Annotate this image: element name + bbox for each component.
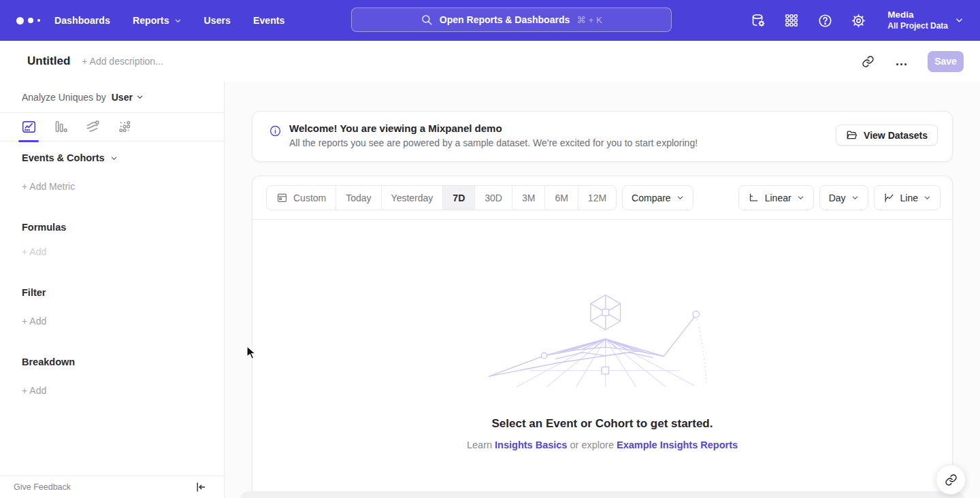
empty-state-title: Select an Event or Cohort to get started… [492, 417, 713, 431]
sidebar-footer: Give Feedback [0, 476, 224, 498]
analyze-row: Analyze Uniques by User [0, 82, 224, 113]
collapse-sidebar-icon[interactable] [195, 481, 207, 493]
tab-retention-icon[interactable] [116, 119, 133, 135]
date-range-3m[interactable]: 3M [512, 186, 545, 210]
linear-axis-icon [748, 192, 760, 203]
date-range-today[interactable]: Today [336, 186, 381, 210]
line-chart-icon [883, 192, 895, 203]
date-range-segmented-control: Custom Today Yesterday 7D 30D 3M 6M 12M [266, 185, 617, 210]
insights-basics-link[interactable]: Insights Basics [495, 439, 567, 450]
chevron-down-icon [174, 17, 182, 24]
empty-state-illustration [473, 288, 732, 392]
global-search[interactable]: Open Reports & Dashboards ⌘ + K [351, 7, 672, 32]
chevron-down-icon [851, 194, 859, 201]
date-range-6m[interactable]: 6M [545, 186, 578, 210]
next-section-peek [240, 491, 964, 498]
add-breakdown-button[interactable]: + Add [22, 385, 46, 396]
add-filter-button[interactable]: + Add [22, 316, 46, 327]
tab-insights-chart-icon[interactable] [20, 119, 37, 135]
folder-icon [846, 129, 858, 141]
primary-nav: Dashboards Reports Users Events [54, 15, 284, 26]
nav-item-dashboards[interactable]: Dashboards [54, 15, 110, 26]
chevron-down-icon [136, 93, 144, 101]
help-icon[interactable] [817, 12, 833, 29]
chevron-down-icon [924, 194, 931, 201]
empty-state: Select an Event or Cohort to get started… [252, 220, 952, 498]
analyze-by-selector[interactable]: User [112, 92, 144, 103]
date-range-7d[interactable]: 7D [443, 186, 475, 210]
add-formula-button[interactable]: + Add [22, 246, 46, 257]
chevron-down-icon [955, 16, 964, 24]
view-datasets-button[interactable]: View Datasets [836, 124, 938, 146]
example-insights-reports-link[interactable]: Example Insights Reports [617, 439, 738, 450]
give-feedback-link[interactable]: Give Feedback [14, 482, 71, 492]
share-link-fab[interactable] [936, 465, 966, 495]
query-builder-sidebar: Analyze Uniques by User [0, 82, 225, 498]
calendar-icon [276, 192, 288, 203]
report-title[interactable]: Untitled [27, 54, 70, 68]
search-icon [421, 14, 433, 26]
tab-flows-icon[interactable] [84, 119, 101, 135]
banner-title: Welcome! You are viewing a Mixpanel demo [289, 122, 698, 134]
banner-subtitle: All the reports you see are powered by a… [289, 137, 698, 148]
chart-type-tabs [0, 113, 224, 142]
chevron-down-icon [110, 154, 118, 162]
nav-item-users[interactable]: Users [204, 15, 231, 26]
formulas-header: Formulas [22, 222, 66, 233]
date-range-12m[interactable]: 12M [578, 186, 616, 210]
analyze-prefix: Analyze Uniques by [22, 92, 106, 103]
demo-welcome-banner: Welcome! You are viewing a Mixpanel demo… [252, 111, 953, 162]
save-button[interactable]: Save [928, 51, 964, 72]
report-header: Untitled + Add description... ... Save [0, 41, 980, 82]
scale-dropdown[interactable]: Linear [738, 185, 814, 210]
tab-funnels-icon[interactable] [52, 119, 69, 135]
report-description-placeholder[interactable]: + Add description... [82, 56, 163, 67]
project-name: Media [887, 9, 948, 21]
chevron-down-icon [676, 194, 684, 201]
compare-dropdown[interactable]: Compare [622, 185, 693, 210]
date-range-yesterday[interactable]: Yesterday [382, 186, 444, 210]
info-icon [269, 124, 282, 137]
more-options-button[interactable]: ... [894, 53, 910, 69]
search-shortcut: ⌘ + K [576, 14, 602, 25]
empty-state-subtitle: Learn Insights Basics or explore Example… [467, 439, 738, 450]
main-content: Welcome! You are viewing a Mixpanel demo… [225, 82, 980, 498]
selected-tab-underline [18, 140, 39, 143]
top-navbar: Dashboards Reports Users Events Open Rep… [0, 0, 980, 41]
chart-type-dropdown[interactable]: Line [874, 185, 941, 210]
add-metric-button[interactable]: + Add Metric [22, 181, 75, 192]
insights-report-card: Custom Today Yesterday 7D 30D 3M 6M 12M … [252, 176, 953, 498]
search-placeholder: Open Reports & Dashboards [440, 14, 570, 25]
chevron-down-icon [797, 194, 804, 201]
apps-grid-icon[interactable] [783, 12, 800, 29]
data-management-icon[interactable] [750, 12, 766, 29]
events-cohorts-header[interactable]: Events & Cohorts [22, 152, 118, 163]
project-switcher[interactable]: Media All Project Data [887, 9, 964, 31]
interval-dropdown[interactable]: Day [819, 185, 868, 210]
breakdown-header: Breakdown [22, 356, 75, 367]
report-controls: Custom Today Yesterday 7D 30D 3M 6M 12M … [252, 176, 952, 220]
project-scope: All Project Data [887, 21, 948, 32]
nav-item-reports[interactable]: Reports [133, 15, 182, 26]
date-range-custom[interactable]: Custom [267, 186, 336, 210]
filter-header: Filter [22, 287, 46, 298]
topnav-right: Media All Project Data [750, 0, 980, 41]
mixpanel-logo-dots-icon[interactable] [16, 17, 46, 24]
copy-link-icon[interactable] [860, 53, 876, 69]
gear-icon[interactable] [850, 12, 866, 29]
nav-item-events[interactable]: Events [253, 15, 285, 26]
link-icon [945, 474, 958, 486]
date-range-30d[interactable]: 30D [475, 186, 512, 210]
